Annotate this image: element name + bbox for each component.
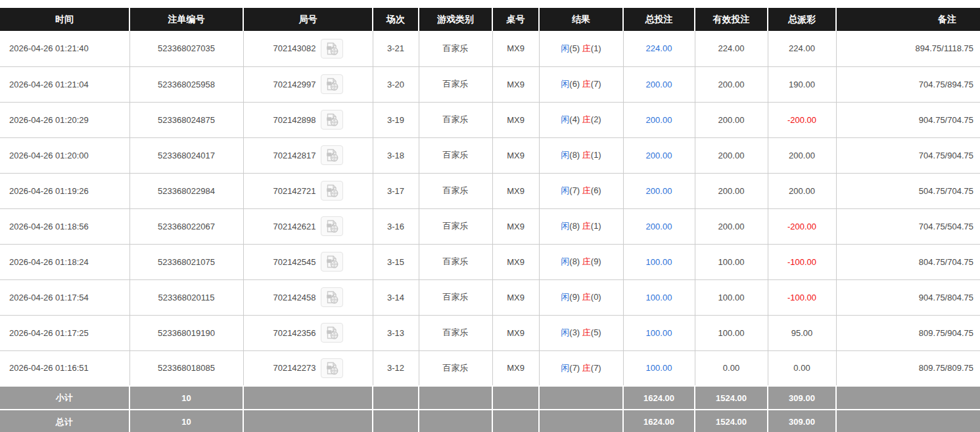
valid-bet-cell: 0.00 xyxy=(695,350,768,386)
banker-score: (7) xyxy=(591,363,601,373)
round-id-text: 702142621 xyxy=(273,222,315,231)
bet-history-page: 时间 注单编号 局号 场次 游戏类别 桌号 结果 总投注 有效投注 总派彩 备注… xyxy=(0,0,980,432)
summary-row: 总计 10 1624.00 1524.00 309.00 xyxy=(0,410,980,432)
video-replay-button[interactable] xyxy=(321,181,343,201)
player-label: 闲 xyxy=(561,150,569,160)
bet-row: 2026-04-26 01:18:24 523368021075 7021425… xyxy=(0,244,980,279)
valid-bet-cell: 100.00 xyxy=(695,315,768,350)
video-replay-icon xyxy=(325,77,339,91)
round-id-text: 702142458 xyxy=(273,293,315,302)
summary-payout-cell: 309.00 xyxy=(768,386,836,410)
valid-bet-cell: 100.00 xyxy=(695,279,768,315)
time-cell: 2026-04-26 01:21:40 xyxy=(0,31,129,66)
summary-count-cell: 10 xyxy=(129,386,243,410)
player-score: (7) xyxy=(569,185,580,195)
game-type-cell: 百家乐 xyxy=(419,350,492,386)
player-label: 闲 xyxy=(561,221,569,231)
video-replay-button[interactable] xyxy=(321,358,343,378)
total-bet-cell: 200.00 xyxy=(623,137,695,173)
video-replay-button[interactable] xyxy=(321,39,343,59)
summary-empty-cell xyxy=(836,386,980,410)
session-cell: 3-14 xyxy=(373,279,419,315)
summary-empty-cell xyxy=(539,386,623,410)
banker-score: (5) xyxy=(591,327,601,337)
time-cell: 2026-04-26 01:17:54 xyxy=(0,279,129,315)
round-id-cell: 702142817 xyxy=(243,137,373,173)
player-score: (9) xyxy=(569,292,580,302)
result-cell: 闲(8) 庄(1) xyxy=(539,137,623,173)
total-bet-cell: 200.00 xyxy=(623,102,695,137)
video-replay-icon xyxy=(325,41,339,56)
player-score: (6) xyxy=(569,79,580,89)
video-replay-button[interactable] xyxy=(321,287,343,307)
column-header-bet-id: 注单编号 xyxy=(129,8,243,31)
banker-score: (7) xyxy=(591,79,601,89)
summary-empty-cell xyxy=(419,386,492,410)
player-score: (4) xyxy=(569,114,580,124)
remark-cell: 704.75/504.75 xyxy=(836,208,980,244)
round-id-text: 702142545 xyxy=(273,257,315,267)
payout-cell: 200.00 xyxy=(768,173,836,208)
video-replay-button[interactable] xyxy=(321,74,343,94)
valid-bet-cell: 200.00 xyxy=(695,66,768,102)
round-id-text: 702142356 xyxy=(273,328,315,338)
session-cell: 3-17 xyxy=(373,173,419,208)
payout-cell: 95.00 xyxy=(768,315,836,350)
total-bet-cell: 224.00 xyxy=(623,31,695,66)
video-replay-button[interactable] xyxy=(321,252,343,272)
bet-row: 2026-04-26 01:17:25 523368019190 7021423… xyxy=(0,315,980,350)
round-id-text: 702142997 xyxy=(273,80,315,89)
bet-id-cell: 523368020115 xyxy=(129,279,243,315)
payout-cell: -200.00 xyxy=(768,102,836,137)
banker-label: 庄 xyxy=(582,221,591,231)
video-replay-icon xyxy=(325,254,339,269)
bet-id-cell: 523368021075 xyxy=(129,244,243,279)
table-no-cell: MX9 xyxy=(492,315,539,350)
player-label: 闲 xyxy=(561,43,569,53)
time-cell: 2026-04-26 01:19:26 xyxy=(0,173,129,208)
video-replay-icon xyxy=(325,325,339,340)
total-bet-cell: 100.00 xyxy=(623,279,695,315)
header-row: 时间 注单编号 局号 场次 游戏类别 桌号 结果 总投注 有效投注 总派彩 备注 xyxy=(0,8,980,31)
remark-cell: 504.75/704.75 xyxy=(836,173,980,208)
banker-score: (2) xyxy=(591,114,601,124)
round-id-cell: 702142621 xyxy=(243,208,373,244)
player-label: 闲 xyxy=(561,327,569,337)
total-bet-cell: 100.00 xyxy=(623,244,695,279)
round-id-cell: 702142356 xyxy=(243,315,373,350)
video-replay-icon xyxy=(325,148,339,162)
summary-valid-bet-cell: 1524.00 xyxy=(695,410,768,432)
video-replay-button[interactable] xyxy=(321,216,343,236)
result-cell: 闲(6) 庄(7) xyxy=(539,66,623,102)
video-replay-button[interactable] xyxy=(321,110,343,130)
banker-label: 庄 xyxy=(582,43,591,53)
column-header-time: 时间 xyxy=(0,8,129,31)
bet-row: 2026-04-26 01:19:26 523368022984 7021427… xyxy=(0,173,980,208)
remark-cell: 894.75/1118.75 xyxy=(836,31,980,66)
game-type-cell: 百家乐 xyxy=(419,315,492,350)
round-id-cell: 702142898 xyxy=(243,102,373,137)
result-cell: 闲(7) 庄(6) xyxy=(539,173,623,208)
video-replay-icon xyxy=(325,361,339,375)
time-cell: 2026-04-26 01:17:25 xyxy=(0,315,129,350)
remark-cell: 904.75/804.75 xyxy=(836,279,980,315)
video-replay-button[interactable] xyxy=(321,145,343,165)
table-body: 2026-04-26 01:21:40 523368027035 7021430… xyxy=(0,31,980,386)
table-no-cell: MX9 xyxy=(492,31,539,66)
result-cell: 闲(8) 庄(9) xyxy=(539,244,623,279)
video-replay-button[interactable] xyxy=(321,323,343,343)
time-cell: 2026-04-26 01:18:24 xyxy=(0,244,129,279)
valid-bet-cell: 100.00 xyxy=(695,244,768,279)
valid-bet-cell: 200.00 xyxy=(695,102,768,137)
banker-score: (1) xyxy=(591,150,601,160)
column-header-payout: 总派彩 xyxy=(768,8,836,31)
summary-row: 小计 10 1624.00 1524.00 309.00 xyxy=(0,386,980,410)
banker-label: 庄 xyxy=(582,114,591,124)
bet-row: 2026-04-26 01:18:56 523368022067 7021426… xyxy=(0,208,980,244)
bet-id-cell: 523368019190 xyxy=(129,315,243,350)
bet-row: 2026-04-26 01:20:29 523368024875 7021428… xyxy=(0,102,980,137)
time-cell: 2026-04-26 01:18:56 xyxy=(0,208,129,244)
table-no-cell: MX9 xyxy=(492,66,539,102)
banker-label: 庄 xyxy=(582,292,591,302)
bet-history-table: 时间 注单编号 局号 场次 游戏类别 桌号 结果 总投注 有效投注 总派彩 备注… xyxy=(0,8,980,432)
